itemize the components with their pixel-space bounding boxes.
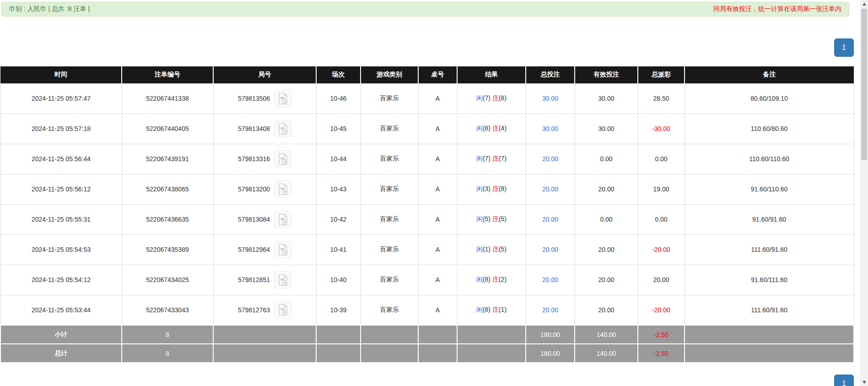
pagination-page-1-top[interactable]: 1: [834, 38, 854, 57]
bet-id-cell: 522067433043: [122, 295, 213, 325]
game-type-cell: 百家乐: [361, 265, 418, 295]
round-id-cell: 579812851: [213, 265, 316, 295]
round-id-cell: 579813316: [213, 144, 316, 174]
banker-label: 庄: [492, 125, 499, 132]
col-header-session: 场次: [316, 66, 361, 83]
round-id-value: 579812964: [238, 246, 270, 253]
video-file-icon: [277, 153, 289, 165]
col-header-total-bet: 总投注: [526, 66, 575, 83]
grand-total-count: 8: [122, 344, 213, 363]
total-bet-link[interactable]: 20.00: [542, 306, 558, 314]
video-replay-button[interactable]: [274, 211, 291, 228]
video-replay-button[interactable]: [274, 90, 291, 107]
table-row: 2024-11-25 05:55:31 522067436635 5798130…: [0, 204, 854, 234]
subtotal-count: 8: [122, 325, 213, 344]
game-type-cell: 百家乐: [361, 83, 418, 114]
grand-total-valid-bet: 140.00: [575, 344, 638, 363]
grand-total-row: 总计 8 180.00 140.00 -2.50: [0, 344, 854, 363]
game-type-cell: 百家乐: [361, 295, 418, 325]
total-bet-cell: 30.00: [526, 83, 575, 114]
video-replay-button[interactable]: [274, 180, 291, 198]
total-bet-cell: 20.00: [526, 144, 575, 174]
video-file-icon: [277, 183, 289, 196]
payout-cell: 0.00: [638, 144, 685, 174]
time-cell: 2024-11-25 05:56:12: [0, 174, 122, 204]
grand-total-payout: -2.50: [638, 344, 685, 363]
pagination-page-1-bottom[interactable]: 1: [834, 375, 854, 386]
round-id-value: 579813506: [238, 95, 270, 102]
valid-bet-cell: 30.00: [575, 83, 638, 114]
game-type-cell: 百家乐: [361, 234, 418, 265]
total-bet-link[interactable]: 20.00: [542, 276, 558, 283]
valid-bet-cell: 0.00: [575, 204, 638, 234]
result-cell: 闲(5) 庄(5): [457, 204, 526, 234]
player-value: (5): [483, 215, 491, 223]
chevron-down-icon: [863, 381, 866, 384]
payout-cell: 20.00: [638, 265, 685, 295]
col-header-round-id: 局号: [213, 66, 316, 83]
banker-value: (5): [499, 245, 507, 253]
total-bet-link[interactable]: 30.00: [542, 95, 558, 102]
result-cell: 闲(1) 庄(5): [457, 234, 526, 265]
player-label: 闲: [476, 245, 483, 253]
banker-label: 庄: [492, 245, 499, 253]
payout-cell: 0.00: [638, 204, 685, 234]
bet-id-cell: 522067434025: [122, 265, 213, 295]
grand-total-label: 总计: [0, 344, 122, 363]
remark-cell: 91.60/110.60: [685, 174, 854, 204]
scroll-up-button[interactable]: [860, 0, 868, 8]
bet-id-cell: 522067438065: [122, 174, 213, 204]
video-replay-button[interactable]: [274, 271, 291, 288]
valid-bet-cell: 30.00: [575, 114, 638, 144]
scroll-down-button[interactable]: [860, 378, 868, 386]
table-row: 2024-11-25 05:54:12 522067434025 5798128…: [0, 265, 854, 295]
game-type-cell: 百家乐: [361, 174, 418, 204]
remark-cell: 91.60/111.60: [685, 265, 854, 295]
table-no-cell: A: [418, 234, 457, 265]
game-type-cell: 百家乐: [361, 204, 418, 234]
total-bet-link[interactable]: 20.00: [542, 246, 558, 253]
subtotal-payout: -2.50: [638, 325, 685, 344]
player-value: (7): [483, 155, 491, 162]
total-bet-link[interactable]: 30.00: [542, 125, 558, 132]
player-value: (7): [483, 94, 491, 102]
player-label: 闲: [476, 185, 483, 192]
total-bet-cell: 20.00: [526, 174, 575, 204]
result-cell: 闲(8) 庄(4): [457, 114, 526, 144]
grand-total-total-bet: 180.00: [526, 344, 575, 363]
total-bet-cell: 20.00: [526, 295, 575, 325]
result-cell: 闲(8) 庄(1): [457, 295, 526, 325]
remark-cell: 91.60/91.60: [685, 204, 854, 234]
table-row: 2024-11-25 05:54:53 522067435389 5798129…: [0, 234, 854, 265]
video-replay-button[interactable]: [274, 241, 291, 258]
scrollbar-thumb[interactable]: [861, 9, 867, 160]
remark-cell: 110.60/80.60: [685, 114, 854, 144]
valid-bet-cell: 20.00: [575, 295, 638, 325]
table-body: 2024-11-25 05:57:47 522067441338 5798135…: [0, 83, 854, 325]
round-id-cell: 579813084: [213, 204, 316, 234]
bet-id-cell: 522067435389: [122, 234, 213, 265]
total-bet-link[interactable]: 20.00: [542, 185, 558, 193]
subtotal-total-bet: 180.00: [526, 325, 575, 344]
video-replay-button[interactable]: [274, 120, 291, 137]
banker-value: (5): [499, 215, 507, 223]
col-header-bet-id: 注单编号: [122, 66, 213, 83]
total-bet-link[interactable]: 20.00: [542, 216, 558, 223]
video-replay-button[interactable]: [274, 150, 291, 168]
banker-value: (8): [499, 185, 507, 192]
total-bet-link[interactable]: 20.00: [542, 155, 558, 163]
game-type-cell: 百家乐: [361, 114, 418, 144]
round-id-value: 579813408: [238, 125, 270, 132]
vertical-scrollbar[interactable]: [860, 0, 868, 386]
table-no-cell: A: [418, 265, 457, 295]
banker-value: (7): [499, 155, 507, 162]
player-value: (3): [483, 185, 491, 192]
bet-id-cell: 522067436635: [122, 204, 213, 234]
result-cell: 闲(7) 庄(7): [457, 144, 526, 174]
result-cell: 闲(3) 庄(8): [457, 174, 526, 204]
session-cell: 10-44: [316, 144, 361, 174]
session-cell: 10-40: [316, 265, 361, 295]
video-replay-button[interactable]: [274, 301, 291, 319]
banker-label: 庄: [492, 276, 499, 283]
bet-id-cell: 522067440405: [122, 114, 213, 144]
